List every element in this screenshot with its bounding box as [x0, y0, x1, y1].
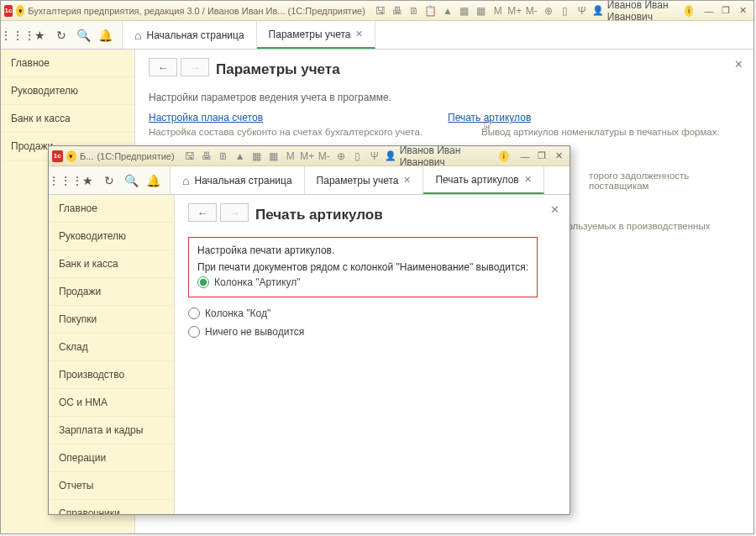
sidebar-item-manager[interactable]: Руководителю — [1, 77, 134, 105]
radio-none-label: Ничего не выводится — [205, 326, 304, 338]
search-icon[interactable]: 🔍 — [123, 172, 139, 189]
close-icon[interactable]: ✕ — [403, 175, 411, 186]
sidebar-item-warehouse[interactable]: Склад — [49, 334, 174, 361]
tab-params[interactable]: Параметры учета ✕ — [257, 21, 376, 49]
forward-button[interactable]: → — [181, 58, 209, 76]
close-icon[interactable]: ✕ — [524, 174, 532, 185]
m-minus-icon[interactable]: M- — [525, 4, 538, 18]
m-minus-icon[interactable]: M- — [318, 150, 331, 163]
close-button[interactable]: ✕ — [735, 4, 750, 18]
zoom-icon[interactable]: ⊕ — [334, 150, 348, 163]
app-logo-icon: 1c — [52, 150, 63, 162]
m-icon[interactable]: M — [491, 4, 505, 18]
inner-tab-home-label: Начальная страница — [194, 175, 291, 187]
apps-icon[interactable]: ⋮⋮⋮ — [9, 27, 26, 44]
back-button[interactable]: ← — [188, 203, 217, 222]
inner-toolbar: ⋮⋮⋮ ★ ↻ 🔍 🔔 ⌂ Начальная страница Парамет… — [49, 166, 570, 195]
favorite-icon[interactable]: ★ — [79, 172, 96, 189]
link-plan-accounts[interactable]: Настройка плана счетов — [149, 112, 263, 123]
tool-icon[interactable]: Ψ — [368, 150, 381, 163]
calendar-icon[interactable]: ▦ — [458, 4, 471, 18]
inner-tab-print-label: Печать артикулов — [435, 174, 518, 186]
forward-button[interactable]: → — [220, 203, 249, 222]
radio-article[interactable] — [197, 276, 209, 288]
inner-user-block[interactable]: 👤 Иванов Иван Иванович i — [385, 145, 509, 168]
back-button[interactable]: ← — [149, 58, 177, 76]
inner-page-title: Печать артикулов — [255, 207, 556, 223]
app-logo-icon: 1c — [4, 5, 13, 17]
maximize-button[interactable]: ❐ — [718, 4, 733, 18]
titlebar-tool-icons: 🖫 🖶 🗎 📋 ▲ ▦ ▦ M M+ M- ⊕ ▯ Ψ — [374, 4, 589, 18]
save-icon[interactable]: 🖫 — [183, 150, 197, 163]
inner-tab-home[interactable]: ⌂ Начальная страница — [171, 166, 305, 194]
trail-text-2: используемых в производственных — [552, 221, 740, 231]
sub-plan-accounts: Настройка состава субконто на счетах бух… — [149, 127, 423, 137]
sidebar-item-operations[interactable]: Операции — [49, 444, 174, 472]
bell-icon[interactable]: 🔔 — [144, 172, 161, 189]
dropdown-icon[interactable]: ▾ — [16, 5, 24, 17]
close-icon[interactable]: ✕ — [355, 29, 363, 39]
sidebar-item-purchases[interactable]: Покупки — [49, 306, 174, 334]
clipboard-icon[interactable]: 📋 — [424, 4, 438, 18]
user-block[interactable]: 👤 Иванов Иван Иванович i — [592, 0, 693, 23]
minimize-button[interactable]: — — [517, 150, 533, 163]
sidebar-item-main[interactable]: Главное — [1, 50, 134, 77]
radio-article-label: Колонка "Артикул" — [214, 276, 301, 288]
minimize-button[interactable]: — — [701, 4, 717, 18]
check-icon[interactable]: ▲ — [441, 4, 454, 18]
sidebar-item-production[interactable]: Производство — [49, 361, 174, 389]
inner-toolbar-icons: ⋮⋮⋮ ★ ↻ 🔍 🔔 — [49, 166, 171, 194]
sidebar-item-manager[interactable]: Руководителю — [49, 223, 174, 250]
m-plus-icon[interactable]: M+ — [508, 4, 522, 18]
tool-icon[interactable]: Ψ — [575, 4, 589, 18]
inner-tab-print[interactable]: Печать артикулов ✕ — [423, 166, 543, 194]
radio-code[interactable] — [188, 307, 200, 319]
check-icon[interactable]: ▲ — [234, 150, 247, 163]
sidebar-item-sales[interactable]: Продажи — [49, 278, 174, 306]
info-icon[interactable]: i — [499, 150, 509, 162]
doc-icon[interactable]: ▯ — [351, 150, 365, 163]
sidebar-item-payroll[interactable]: Зарплата и кадры — [49, 417, 174, 444]
doc-icon[interactable]: ▯ — [559, 4, 572, 18]
inner-window-controls: — ❐ ✕ — [517, 150, 566, 163]
favorite-icon[interactable]: ★ — [31, 27, 48, 44]
page-desc: Настройки параметров ведения учета в про… — [149, 92, 740, 103]
history-icon[interactable]: ↻ — [53, 27, 70, 44]
calendar-icon[interactable]: ▦ — [250, 150, 264, 163]
inner-tab-params[interactable]: Параметры учета ✕ — [305, 166, 424, 194]
sidebar-item-reports[interactable]: Отчеты — [49, 472, 174, 500]
radio-none[interactable] — [188, 326, 200, 338]
grid-icon[interactable]: ▦ — [267, 150, 281, 163]
save-icon[interactable]: 🖫 — [374, 4, 387, 18]
page-title: Параметры учета — [216, 61, 740, 78]
m-plus-icon[interactable]: M+ — [301, 150, 314, 163]
sidebar-item-directories[interactable]: Справочники — [49, 500, 174, 514]
preview-icon[interactable]: 🗎 — [217, 150, 230, 163]
tab-home[interactable]: ⌂ Начальная страница — [123, 21, 257, 49]
inner-page-close-icon[interactable]: ✕ — [550, 203, 559, 216]
sidebar-item-bank[interactable]: Банк и касса — [1, 105, 134, 133]
search-icon[interactable]: 🔍 — [75, 27, 92, 44]
sidebar-item-assets[interactable]: ОС и НМА — [49, 389, 174, 417]
info-icon[interactable]: i — [685, 5, 693, 17]
preview-icon[interactable]: 🗎 — [407, 4, 421, 18]
maximize-button[interactable]: ❐ — [534, 150, 549, 163]
bell-icon[interactable]: 🔔 — [97, 27, 113, 44]
zoom-icon[interactable]: ⊕ — [542, 4, 555, 18]
page-close-icon[interactable]: ✕ — [734, 58, 743, 71]
sidebar-item-main[interactable]: Главное — [49, 195, 174, 223]
dropdown-icon[interactable]: ▾ — [66, 150, 77, 162]
link-print-articles[interactable]: Печать артикулов — [448, 112, 531, 123]
m-icon[interactable]: M — [284, 150, 297, 163]
radio-option-article[interactable]: Колонка "Артикул" — [197, 273, 528, 292]
sidebar-item-bank[interactable]: Банк и касса — [49, 250, 174, 278]
print-icon[interactable]: 🖶 — [391, 4, 404, 18]
print-icon[interactable]: 🖶 — [200, 150, 213, 163]
inner-tab-params-label: Параметры учета — [317, 175, 399, 187]
radio-option-none[interactable]: Ничего не выводится — [188, 323, 556, 341]
apps-icon[interactable]: ⋮⋮⋮ — [57, 172, 74, 189]
grid-icon[interactable]: ▦ — [475, 4, 488, 18]
close-button[interactable]: ✕ — [551, 150, 566, 163]
radio-option-code[interactable]: Колонка "Код" — [188, 304, 556, 323]
history-icon[interactable]: ↻ — [101, 172, 118, 189]
